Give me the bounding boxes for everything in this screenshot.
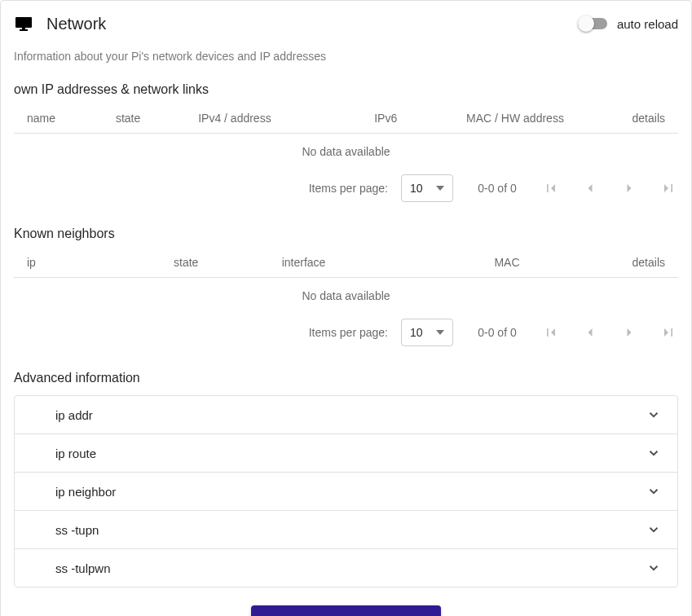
advanced-accordion: ip addr ip route ip neighbor ss -tupn ss…	[14, 395, 678, 587]
own-ip-page-range: 0-0 of 0	[473, 182, 522, 195]
accordion-item-ss-tulpwn[interactable]: ss -tulpwn	[15, 549, 677, 587]
accordion-label: ip route	[55, 447, 96, 460]
col-ip[interactable]: ip	[14, 248, 161, 278]
neighbors-page-size-select[interactable]: 10	[401, 319, 453, 346]
accordion-item-ip-neighbor[interactable]: ip neighbor	[15, 473, 677, 511]
col-ndetails[interactable]: details	[597, 248, 678, 278]
accordion-item-ip-addr[interactable]: ip addr	[15, 396, 677, 434]
own-ip-table: name state IPv4 / address IPv6 MAC / HW …	[14, 103, 678, 134]
own-ip-no-data: No data available	[14, 134, 678, 169]
section-title-advanced: Advanced information	[14, 371, 678, 385]
accordion-label: ip addr	[55, 408, 93, 422]
prev-page-button[interactable]	[580, 323, 600, 342]
own-ip-page-size-select[interactable]: 10	[401, 174, 453, 202]
neighbors-no-data: No data available	[14, 278, 678, 314]
auto-reload-toggle[interactable]	[578, 15, 607, 32]
page-title: Network	[46, 15, 106, 33]
prev-page-button[interactable]	[580, 178, 600, 198]
chevron-down-icon	[646, 522, 661, 537]
run-test-row: RUN NETWORK TEST	[14, 605, 678, 616]
network-card: Network auto reload Information about yo…	[0, 0, 692, 616]
dropdown-caret-icon	[436, 186, 444, 191]
col-name[interactable]: name	[14, 103, 103, 134]
neighbors-page-buttons	[541, 323, 678, 342]
chevron-down-icon	[646, 446, 661, 460]
col-interface[interactable]: interface	[269, 248, 417, 278]
auto-reload-label: auto reload	[617, 17, 678, 31]
col-ipv4[interactable]: IPv4 / address	[185, 103, 346, 134]
section-title-own-ip: own IP addresses & network links	[14, 82, 678, 97]
auto-reload-group: auto reload	[578, 15, 678, 32]
neighbors-page-range: 0-0 of 0	[473, 326, 522, 339]
items-per-page-label: Items per page:	[309, 326, 388, 339]
neighbors-table: ip state interface MAC details	[14, 248, 678, 278]
chevron-down-icon	[646, 407, 661, 422]
run-network-test-button[interactable]: RUN NETWORK TEST	[251, 605, 440, 616]
last-page-button[interactable]	[659, 323, 678, 342]
col-state[interactable]: state	[103, 103, 185, 134]
dropdown-caret-icon	[436, 330, 444, 335]
first-page-button[interactable]	[541, 323, 561, 342]
col-mac[interactable]: MAC / HW address	[425, 103, 605, 134]
card-header: Network auto reload	[14, 14, 678, 33]
accordion-label: ss -tupn	[55, 523, 99, 537]
monitor-icon	[14, 14, 33, 33]
chevron-down-icon	[646, 484, 661, 499]
next-page-button[interactable]	[619, 323, 639, 342]
chevron-down-icon	[646, 561, 661, 575]
own-ip-paginator: Items per page: 10 0-0 of 0	[14, 169, 678, 207]
first-page-button[interactable]	[541, 178, 561, 198]
page-subtitle: Information about your Pi's network devi…	[14, 50, 678, 63]
accordion-label: ss -tulpwn	[55, 561, 111, 575]
neighbors-page-size-value: 10	[410, 326, 423, 339]
col-details[interactable]: details	[605, 103, 678, 134]
neighbors-paginator: Items per page: 10 0-0 of 0	[14, 314, 678, 351]
own-ip-page-size-value: 10	[410, 182, 423, 195]
section-title-neighbors: Known neighbors	[14, 227, 678, 241]
accordion-item-ss-tupn[interactable]: ss -tupn	[15, 511, 677, 549]
accordion-item-ip-route[interactable]: ip route	[15, 434, 677, 473]
items-per-page-label: Items per page:	[309, 182, 388, 195]
own-ip-page-buttons	[541, 178, 678, 198]
col-nmac[interactable]: MAC	[417, 248, 597, 278]
col-nstate[interactable]: state	[161, 248, 269, 278]
last-page-button[interactable]	[659, 178, 678, 198]
col-ipv6[interactable]: IPv6	[346, 103, 426, 134]
title-wrap: Network	[14, 14, 106, 33]
accordion-label: ip neighbor	[55, 485, 116, 499]
next-page-button[interactable]	[619, 178, 639, 198]
